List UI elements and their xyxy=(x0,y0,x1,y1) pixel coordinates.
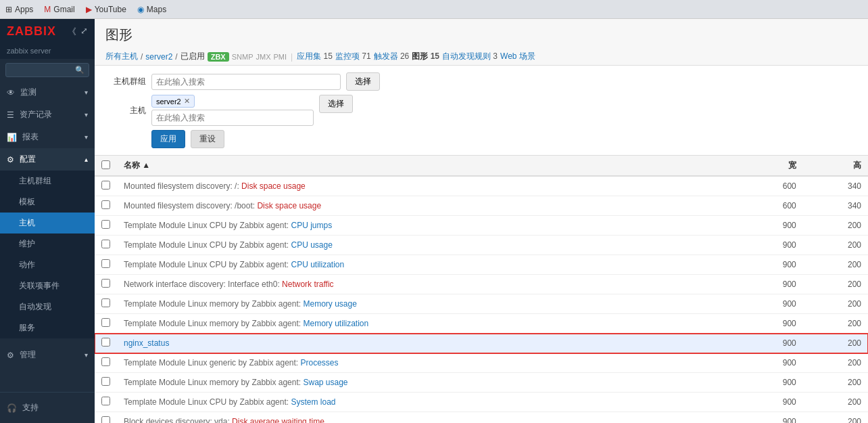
table-row: Mounted filesystem discovery: /boot: Dis… xyxy=(95,196,868,216)
row-checkbox[interactable] xyxy=(101,318,110,327)
browser-tab-apps[interactable]: ⊞ Apps xyxy=(5,5,33,14)
row-width: 900 xyxy=(738,353,803,373)
row-height: 200 xyxy=(803,373,868,393)
row-name-link[interactable]: Disk average waiting time xyxy=(232,417,324,423)
row-name-link[interactable]: Memory utilization xyxy=(303,319,368,328)
sidebar-item-services[interactable]: 服务 xyxy=(0,317,95,338)
row-height: 340 xyxy=(803,196,868,216)
row-checkbox[interactable] xyxy=(101,240,110,248)
breadcrumb-all-hosts[interactable]: 所有主机 xyxy=(105,51,138,62)
row-checkbox-cell xyxy=(95,334,117,353)
browser-tab-youtube[interactable]: ▶ YouTube xyxy=(86,5,126,14)
row-name-link[interactable]: Swap usage xyxy=(303,378,347,387)
filter-area: 主机群组 选择 主机 server2 ✕ 选择 应用 xyxy=(95,66,868,156)
sidebar-item-hosts[interactable]: 主机 xyxy=(0,213,95,233)
row-name-prefix: Template Module Linux CPU by Zabbix agen… xyxy=(124,397,291,407)
row-name-prefix: Template Module Linux memory by Zabbix a… xyxy=(124,319,303,328)
sidebar-item-maintenance[interactable]: 维护 xyxy=(0,233,95,254)
row-name-link[interactable]: CPU usage xyxy=(291,240,332,250)
row-height: 200 xyxy=(803,334,868,353)
sidebar-item-support[interactable]: 🎧 支持 xyxy=(7,398,88,418)
gmail-icon: M xyxy=(44,5,51,14)
host-group-input[interactable] xyxy=(151,74,341,90)
row-name-link[interactable]: Disk space usage xyxy=(257,201,321,210)
browser-tab-maps[interactable]: ◉ Maps xyxy=(137,5,166,14)
reset-button[interactable]: 重设 xyxy=(191,130,224,148)
row-width: 900 xyxy=(738,216,803,236)
row-name: Template Module Linux CPU by Zabbix agen… xyxy=(117,216,738,236)
row-checkbox[interactable] xyxy=(101,377,110,386)
apply-button[interactable]: 应用 xyxy=(151,130,185,148)
row-name: Template Module Linux generic by Zabbix … xyxy=(117,353,738,373)
gear-icon: ⚙ xyxy=(7,155,14,164)
col-height: 高 xyxy=(803,156,868,176)
row-name-link[interactable]: CPU jumps xyxy=(291,221,332,230)
tab-discovery[interactable]: 自动发现规则 3 xyxy=(442,51,498,62)
tab-triggers[interactable]: 触发器 26 xyxy=(374,51,410,62)
row-height: 200 xyxy=(803,255,868,275)
tab-graphs[interactable]: 图形 15 xyxy=(412,51,439,62)
tab-web[interactable]: Web 场景 xyxy=(500,51,535,62)
select-all-checkbox[interactable] xyxy=(101,160,110,169)
row-checkbox[interactable] xyxy=(101,279,110,288)
sidebar-item-host-groups[interactable]: 主机群组 xyxy=(0,171,95,192)
table-row: Template Module Linux CPU by Zabbix agen… xyxy=(95,216,868,236)
row-checkbox[interactable] xyxy=(101,397,110,405)
row-name-prefix: Mounted filesystem discovery: /: xyxy=(124,181,241,191)
sidebar-item-correlation[interactable]: 关联项事件 xyxy=(0,275,95,296)
tab-items[interactable]: 监控项 71 xyxy=(335,51,371,62)
row-name-link[interactable]: Network traffic xyxy=(282,280,333,289)
row-name-link[interactable]: Processes xyxy=(301,358,339,368)
row-width: 900 xyxy=(738,275,803,294)
host-tag-close[interactable]: ✕ xyxy=(184,97,190,106)
collapse-icon[interactable]: 《 xyxy=(68,26,76,38)
sidebar-item-reports[interactable]: 📊 报表 ▾ xyxy=(0,126,95,148)
table-row: Block devices discovery: vda: Disk avera… xyxy=(95,412,868,424)
list-icon: ☰ xyxy=(7,110,14,120)
row-name-link[interactable]: CPU utilization xyxy=(291,260,344,269)
host-select-button[interactable]: 选择 xyxy=(319,95,353,113)
sidebar-item-templates[interactable]: 模板 xyxy=(0,192,95,213)
row-checkbox-cell xyxy=(95,216,117,236)
row-width: 900 xyxy=(738,236,803,255)
sidebar-item-config[interactable]: ⚙ 配置 ▴ xyxy=(0,148,95,171)
tab-apps[interactable]: 应用集 15 xyxy=(297,51,333,62)
row-checkbox-cell xyxy=(95,255,117,275)
row-checkbox[interactable] xyxy=(101,220,110,229)
row-name-prefix: Template Module Linux memory by Zabbix a… xyxy=(124,378,303,387)
chevron-down-icon: ▾ xyxy=(85,89,88,96)
row-checkbox[interactable] xyxy=(101,298,110,307)
row-name: nginx_status xyxy=(117,334,738,353)
expand-icon[interactable]: ⤢ xyxy=(80,26,88,38)
host-search-input[interactable] xyxy=(151,110,314,126)
row-checkbox[interactable] xyxy=(101,338,110,347)
row-width: 900 xyxy=(738,393,803,412)
badge-zbx: ZBX xyxy=(208,52,229,62)
col-name[interactable]: 名称 ▲ xyxy=(117,156,738,176)
row-checkbox[interactable] xyxy=(101,200,110,209)
row-checkbox-cell xyxy=(95,373,117,393)
browser-tab-gmail[interactable]: M Gmail xyxy=(44,5,74,14)
table-row: Template Module Linux CPU by Zabbix agen… xyxy=(95,393,868,412)
sidebar-search-container[interactable]: 🔍 xyxy=(5,63,89,77)
sidebar-item-actions[interactable]: 动作 xyxy=(0,254,95,275)
sidebar-item-monitor[interactable]: 👁 监测 ▾ xyxy=(0,81,95,104)
sidebar-item-admin[interactable]: ⚙ 管理 ▾ xyxy=(0,344,95,366)
row-checkbox[interactable] xyxy=(101,416,110,423)
badge-jmx: JMX xyxy=(256,53,270,61)
breadcrumb-server2[interactable]: server2 xyxy=(145,52,172,62)
row-checkbox[interactable] xyxy=(101,181,110,190)
sidebar-item-discovery[interactable]: 自动发现 xyxy=(0,296,95,317)
row-height: 200 xyxy=(803,314,868,334)
sidebar-search-input[interactable] xyxy=(10,66,75,74)
row-checkbox[interactable] xyxy=(101,357,110,366)
row-name-link[interactable]: System load xyxy=(291,397,335,407)
host-group-label: 主机群组 xyxy=(105,76,146,87)
chart-icon: 📊 xyxy=(7,133,17,142)
host-group-select-button[interactable]: 选择 xyxy=(346,72,380,91)
row-name-link[interactable]: Memory usage xyxy=(303,299,356,309)
sidebar-item-assets[interactable]: ☰ 资产记录 ▾ xyxy=(0,104,95,126)
row-checkbox[interactable] xyxy=(101,259,110,268)
row-name-link[interactable]: nginx_status xyxy=(124,338,169,348)
row-name-link[interactable]: Disk space usage xyxy=(241,181,306,191)
